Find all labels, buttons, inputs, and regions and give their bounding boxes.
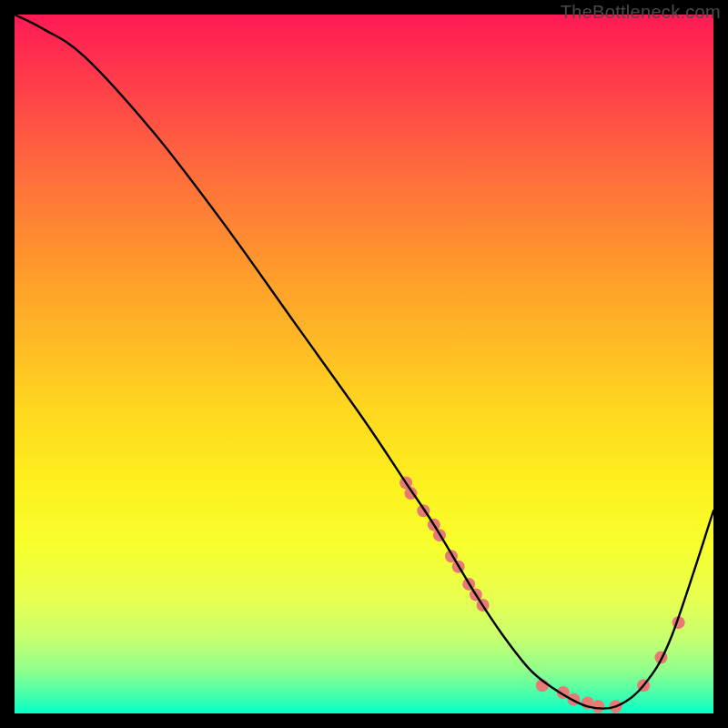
watermark-text: TheBottleneck.com [561, 2, 721, 23]
dots-layer [399, 477, 685, 713]
plot-area [15, 15, 713, 713]
chart-svg [15, 15, 713, 713]
curve-path [15, 15, 713, 709]
data-dot [592, 700, 604, 713]
stage: TheBottleneck.com [0, 0, 728, 728]
